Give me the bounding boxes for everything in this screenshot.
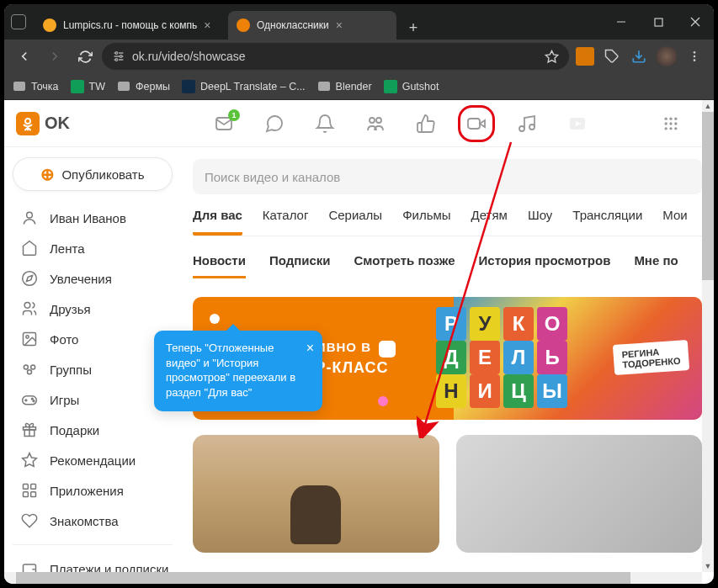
sidebar-label: Группы bbox=[50, 363, 92, 377]
browser-tab-lumpics[interactable]: Lumpics.ru - помощь с компь × bbox=[35, 11, 228, 40]
extensions-button[interactable] bbox=[603, 47, 621, 66]
notifications-icon[interactable] bbox=[314, 113, 336, 135]
maximize-button[interactable] bbox=[640, 4, 677, 40]
tab-catalog[interactable]: Каталог bbox=[263, 208, 309, 236]
bookmark-item[interactable]: DeepL Translate – С... bbox=[182, 80, 306, 93]
sheets-icon bbox=[384, 80, 397, 93]
profile-avatar[interactable] bbox=[657, 46, 677, 66]
reload-button[interactable] bbox=[72, 43, 98, 70]
messages-icon[interactable]: 1 bbox=[213, 113, 235, 135]
video-thumbnail[interactable] bbox=[193, 435, 439, 553]
sidebar-item-groups[interactable]: Группы bbox=[13, 354, 173, 384]
address-bar[interactable]: ok.ru/video/showcase bbox=[102, 43, 569, 70]
bookmark-item[interactable]: Точка bbox=[13, 80, 59, 93]
ok-logo-mark bbox=[16, 112, 40, 135]
tab-kids[interactable]: Детям bbox=[471, 208, 508, 236]
subtab-watch-later[interactable]: Смотреть позже bbox=[354, 253, 455, 278]
tooltip-close-icon[interactable]: × bbox=[306, 339, 314, 358]
downloads-button[interactable] bbox=[630, 47, 648, 66]
svg-point-30 bbox=[665, 122, 667, 124]
search-placeholder: Поиск видео и каналов bbox=[205, 170, 340, 184]
bookmark-item[interactable]: Gutshot bbox=[384, 80, 439, 93]
tab-live[interactable]: Трансляции bbox=[572, 208, 642, 236]
scrollbar-thumb[interactable] bbox=[16, 572, 630, 584]
apps-grid-icon[interactable] bbox=[660, 113, 682, 135]
svg-point-4 bbox=[115, 52, 118, 55]
tab-shows[interactable]: Шоу bbox=[528, 208, 552, 236]
window-icon bbox=[11, 14, 26, 29]
back-button[interactable] bbox=[11, 43, 38, 70]
vertical-scrollbar[interactable]: ▲ ▼ bbox=[702, 100, 714, 572]
svg-point-17 bbox=[25, 119, 30, 124]
browser-toolbar: ok.ru/video/showcase bbox=[4, 40, 714, 73]
horizontal-scrollbar[interactable] bbox=[4, 572, 702, 584]
sidebar-item-recommendations[interactable]: Рекомендации bbox=[13, 445, 173, 475]
plus-icon: ⊕ bbox=[40, 164, 55, 184]
friends-icon[interactable] bbox=[364, 113, 386, 135]
tooltip-text: Теперь "Отложенные видео" и "История про… bbox=[166, 342, 295, 399]
discussions-icon[interactable] bbox=[263, 113, 285, 135]
new-tab-button[interactable]: + bbox=[402, 16, 425, 40]
close-icon[interactable]: × bbox=[336, 19, 343, 32]
bookmark-label: Фермы bbox=[136, 81, 170, 93]
extension-icon-fox[interactable] bbox=[576, 47, 594, 66]
bookmark-star-icon[interactable] bbox=[545, 50, 559, 64]
video-icon[interactable] bbox=[465, 113, 487, 135]
subtab-liked[interactable]: Мне по bbox=[634, 253, 678, 278]
forward-button[interactable] bbox=[41, 43, 68, 70]
tab-for-you[interactable]: Для вас bbox=[193, 208, 242, 236]
favicon bbox=[43, 19, 56, 32]
sidebar-item-profile[interactable]: Иван Иванов bbox=[13, 203, 173, 233]
folder-icon bbox=[13, 80, 26, 93]
close-window-button[interactable] bbox=[677, 4, 714, 40]
subtab-news[interactable]: Новости bbox=[193, 253, 246, 278]
svg-point-29 bbox=[674, 117, 677, 119]
sidebar-item-photos[interactable]: Фото bbox=[13, 324, 173, 354]
bookmark-item[interactable]: Фермы bbox=[117, 80, 170, 93]
sidebar-item-feed[interactable]: Лента bbox=[13, 233, 173, 263]
sidebar-item-payments[interactable]: Платежи и подписки bbox=[13, 554, 173, 572]
extension-icons bbox=[572, 46, 707, 66]
music-icon[interactable] bbox=[516, 113, 538, 135]
scroll-down-arrow[interactable]: ▼ bbox=[702, 560, 714, 572]
likes-icon[interactable] bbox=[415, 113, 437, 135]
minimize-button[interactable] bbox=[603, 4, 640, 40]
sidebar-item-interests[interactable]: Увлечения bbox=[13, 263, 173, 294]
publish-button[interactable]: ⊕ Опубликовать bbox=[13, 157, 173, 191]
svg-point-41 bbox=[26, 336, 29, 338]
banner-author: РЕГИНАТОДОРЕНКО bbox=[613, 340, 689, 375]
sidebar-item-apps[interactable]: Приложения bbox=[13, 475, 173, 506]
sidebar-item-friends[interactable]: Друзья bbox=[13, 294, 173, 324]
tab-movies[interactable]: Фильмы bbox=[402, 208, 450, 236]
svg-rect-55 bbox=[31, 485, 36, 490]
video-search-input[interactable]: Поиск видео и каналов bbox=[193, 159, 702, 194]
tab-my[interactable]: Мои bbox=[662, 208, 687, 236]
close-icon[interactable]: × bbox=[204, 19, 210, 32]
subtab-history[interactable]: История просмотров bbox=[479, 253, 611, 278]
svg-marker-22 bbox=[480, 120, 485, 127]
svg-marker-53 bbox=[23, 453, 37, 467]
subtab-subscriptions[interactable]: Подписки bbox=[269, 253, 331, 278]
video-thumbnail[interactable] bbox=[456, 435, 703, 553]
play-icon[interactable] bbox=[566, 113, 588, 135]
svg-point-48 bbox=[32, 398, 34, 400]
folder-icon bbox=[117, 80, 130, 93]
bookmark-item[interactable]: Blender bbox=[317, 80, 372, 93]
svg-point-24 bbox=[529, 124, 535, 130]
menu-button[interactable] bbox=[685, 47, 704, 66]
scroll-up-arrow[interactable]: ▲ bbox=[702, 100, 714, 112]
notification-badge: 1 bbox=[228, 109, 240, 121]
ok-logo[interactable]: OK bbox=[16, 112, 70, 135]
svg-point-27 bbox=[665, 117, 667, 119]
svg-point-15 bbox=[694, 56, 696, 58]
groups-icon bbox=[21, 361, 38, 378]
browser-tab-ok[interactable]: Одноклассники × bbox=[228, 11, 396, 40]
tab-series[interactable]: Сериалы bbox=[328, 208, 382, 236]
star-icon bbox=[21, 452, 38, 469]
sidebar-item-games[interactable]: Игры bbox=[13, 384, 173, 415]
svg-point-28 bbox=[669, 117, 672, 119]
sidebar-item-dating[interactable]: Знакомства bbox=[13, 506, 173, 536]
scrollbar-thumb[interactable] bbox=[702, 112, 714, 280]
bookmark-item[interactable]: TW bbox=[71, 80, 105, 93]
sidebar-item-gifts[interactable]: Подарки bbox=[13, 415, 173, 445]
